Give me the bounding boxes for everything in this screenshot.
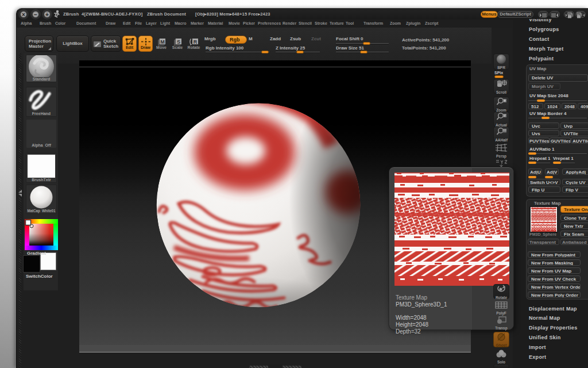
- svg-text:S: S: [176, 39, 180, 45]
- svg-text:M: M: [160, 39, 165, 45]
- svg-text:R: R: [194, 39, 198, 45]
